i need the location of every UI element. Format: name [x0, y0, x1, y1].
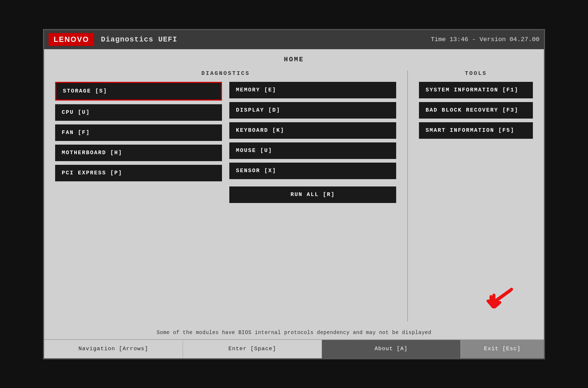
smart-info-button[interactable]: SMART INFORMATION [F5] — [419, 122, 533, 139]
bottom-bar: Navigation [Arrows] Enter [Space] About … — [44, 339, 544, 358]
display-button[interactable]: DISPLAY [D] — [229, 102, 396, 119]
diagnostics-left-column: STORAGE [S] CPU [U] FAN [F] MOTHERBOARD … — [55, 82, 222, 203]
cpu-button[interactable]: CPU [U] — [55, 104, 222, 121]
keyboard-button[interactable]: KEYBOARD [K] — [229, 122, 396, 139]
notice-text: Some of the modules have BIOS internal p… — [44, 322, 544, 339]
enter-hint: Enter [Space] — [183, 340, 322, 358]
navigation-hint: Navigation [Arrows] — [44, 340, 183, 358]
motherboard-button[interactable]: MOTHERBOARD [H] — [55, 145, 222, 161]
top-bar: LENOVO Diagnostics UEFI Time 13:46 - Ver… — [44, 30, 544, 49]
pci-express-button[interactable]: PCI EXPRESS [P] — [55, 165, 222, 181]
bad-block-button[interactable]: BAD BLOCK RECOVERY [F3] — [419, 102, 533, 119]
about-button[interactable]: About [A] — [322, 340, 461, 358]
run-all-button[interactable]: RUN ALL [R] — [229, 186, 396, 203]
screen: LENOVO Diagnostics UEFI Time 13:46 - Ver… — [43, 29, 545, 359]
diagnostics-columns: STORAGE [S] CPU [U] FAN [F] MOTHERBOARD … — [55, 82, 396, 203]
diagnostics-right-column: MEMORY [E] DISPLAY [D] KEYBOARD [K] MOUS… — [229, 82, 396, 203]
mouse-button[interactable]: MOUSE [U] — [229, 142, 396, 159]
diagnostics-title: DIAGNOSTICS — [55, 70, 396, 77]
fan-button[interactable]: FAN [F] — [55, 124, 222, 141]
tools-column: SYSTEM INFORMATION [F1] BAD BLOCK RECOVE… — [419, 82, 533, 139]
app-title: Diagnostics UEFI — [101, 35, 177, 44]
system-info-button[interactable]: SYSTEM INFORMATION [F1] — [419, 82, 533, 98]
tools-panel: TOOLS SYSTEM INFORMATION [F1] BAD BLOCK … — [408, 70, 533, 322]
home-label: HOME — [44, 49, 544, 67]
memory-button[interactable]: MEMORY [E] — [229, 82, 396, 98]
sensor-button[interactable]: SENSOR [X] — [229, 163, 396, 179]
tools-title: TOOLS — [419, 70, 533, 77]
main-content: DIAGNOSTICS STORAGE [S] CPU [U] FAN [F] … — [44, 67, 544, 322]
exit-button[interactable]: Exit [Esc] — [461, 340, 544, 358]
time-version: Time 13:46 - Version 04.27.00 — [431, 36, 539, 43]
lenovo-logo: LENOVO — [49, 33, 94, 46]
diagnostics-panel: DIAGNOSTICS STORAGE [S] CPU [U] FAN [F] … — [55, 70, 408, 322]
storage-button[interactable]: STORAGE [S] — [55, 82, 222, 101]
